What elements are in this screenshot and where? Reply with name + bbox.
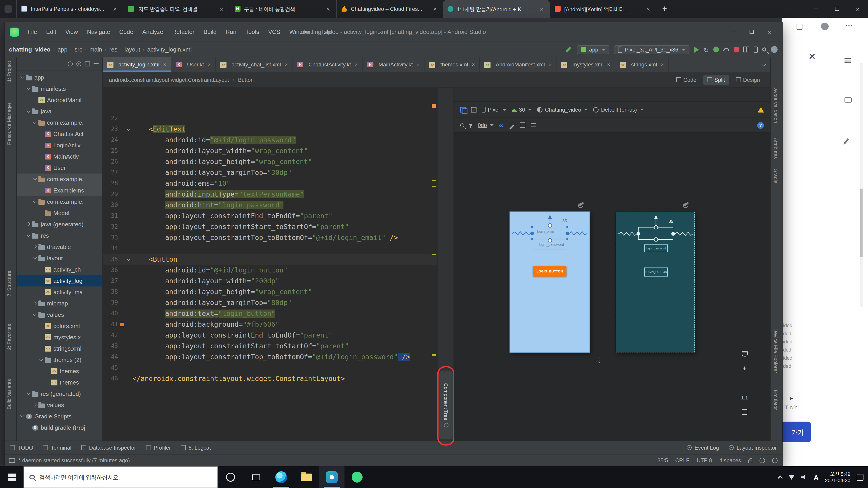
infer-constraints-icon[interactable] <box>509 125 514 129</box>
tree-item[interactable]: GGradle Scripts <box>17 411 102 422</box>
tree-item[interactable]: Gbuild.gradle (Proj <box>17 422 102 433</box>
tool-windows-icon[interactable] <box>743 46 749 53</box>
browser-tab[interactable]: InterPals Penpals - choidoye...× <box>16 0 123 18</box>
chevron-down-icon[interactable] <box>32 121 38 125</box>
indent-style[interactable]: 4 spaces <box>719 457 741 464</box>
autoconnect-icon[interactable]: ∞ <box>499 123 504 128</box>
cortana-button[interactable] <box>218 466 243 488</box>
editor-tab[interactable]: KChatListActivity.kt× <box>293 57 363 72</box>
stripe-tab-attributes[interactable]: Attributes <box>773 138 778 159</box>
tree-item[interactable]: drawable <box>17 241 102 253</box>
tree-item[interactable]: KMainActiv <box>17 151 102 162</box>
code-line[interactable]: 26 android:layout_height="wrap_content" <box>103 156 437 167</box>
code-editor[interactable]: 2223 <EditText24 android:id="@+id/login_… <box>103 88 437 441</box>
login-button-preview[interactable]: LOGIN_BUTTON <box>533 266 566 276</box>
collapse-all-icon[interactable] <box>85 61 90 66</box>
stripe-tab-build-variants[interactable]: Build Variants <box>6 379 12 410</box>
breadcrumb-item[interactable]: app <box>58 46 67 53</box>
tree-item[interactable]: <>AndroidManif <box>17 94 102 106</box>
editor-tab[interactable]: <>strings.xml× <box>615 57 669 72</box>
locale-select[interactable]: Default (en-us) <box>593 106 644 113</box>
action-center-icon[interactable] <box>857 474 864 481</box>
stripe-tab----structure[interactable]: 7: Structure <box>6 271 12 296</box>
chevron-down-icon[interactable] <box>26 233 32 238</box>
code-line[interactable]: 41 android:background="#fb7606" <box>103 319 437 330</box>
notifications-icon[interactable] <box>772 458 778 463</box>
stop-button[interactable] <box>734 47 739 52</box>
editor-tab[interactable]: KMainActivity.kt× <box>363 57 425 72</box>
menu-item-file[interactable]: File <box>24 27 41 37</box>
code-line[interactable]: 23 <EditText <box>103 124 437 135</box>
tool-window-button-profiler[interactable]: Profiler <box>146 445 171 451</box>
zoom-to-fit-icon[interactable] <box>460 123 464 127</box>
stripe-tab----project[interactable]: 1: Project <box>6 61 12 82</box>
new-tab-button[interactable]: + <box>656 0 673 18</box>
tree-item[interactable]: layout <box>17 253 102 264</box>
ide-close-button[interactable]: × <box>761 25 778 39</box>
password-field-wireframe[interactable]: login_password <box>644 245 668 252</box>
go-button[interactable]: 가기 <box>782 422 811 442</box>
tray-overflow-icon[interactable] <box>778 476 783 481</box>
tab-close-icon[interactable]: × <box>416 61 420 68</box>
tool-window-button-layout-inspector[interactable]: Layout Inspector <box>729 445 777 451</box>
tool-window-toggle-icon[interactable] <box>9 458 15 463</box>
zoom-ratio-label[interactable]: 1:1 <box>741 394 748 401</box>
run-configuration-select[interactable]: app <box>577 45 610 54</box>
profile-avatar[interactable] <box>771 46 778 53</box>
editor-tab[interactable]: <>activity_chat_list.xml× <box>216 57 293 72</box>
menu-item-code[interactable]: Code <box>115 27 137 37</box>
file-explorer-button[interactable] <box>294 466 319 488</box>
tab-close-icon[interactable]: × <box>355 61 358 68</box>
tree-item[interactable]: com.example. <box>17 196 102 207</box>
breadcrumb-item[interactable]: layout <box>125 46 140 53</box>
editor-tab[interactable]: <>mystyles.xml× <box>557 57 615 72</box>
tree-item[interactable]: themes (2) <box>17 354 102 365</box>
menu-item-run[interactable]: Run <box>221 27 241 37</box>
help-icon[interactable]: ? <box>757 122 764 129</box>
tree-item[interactable]: <>activity_ch <box>17 264 102 275</box>
menu-icon[interactable] <box>844 58 851 63</box>
hide-panel-icon[interactable] <box>94 63 98 68</box>
menu-item-build[interactable]: Build <box>199 27 221 37</box>
stripe-tab-emulator[interactable]: Emulator <box>773 390 778 410</box>
code-line[interactable]: 44 app:layout_constraintTop_toBottomOf="… <box>103 352 437 362</box>
tree-item[interactable]: mipmap <box>17 298 102 309</box>
menu-item-view[interactable]: View <box>61 27 82 37</box>
tab-close-icon[interactable]: × <box>218 5 225 12</box>
chevron-down-icon[interactable] <box>32 199 38 204</box>
build-hammer-icon[interactable] <box>566 46 572 53</box>
default-margin-select[interactable]: 0dp <box>478 122 494 128</box>
debug-button[interactable] <box>713 46 719 53</box>
xml-breadcrumb-item[interactable]: Button <box>238 76 254 83</box>
caret-position[interactable]: 35:5 <box>657 457 668 464</box>
code-line[interactable]: 32 app:layout_constraintStart_toStartOf=… <box>103 221 437 232</box>
breadcrumb-item[interactable]: main <box>90 46 102 53</box>
tree-item[interactable]: KLoginActiv <box>17 140 102 151</box>
fold-icon[interactable] <box>126 124 132 135</box>
tool-window-button-terminal[interactable]: Terminal <box>43 445 71 451</box>
view-mode-code[interactable]: Code <box>672 75 700 85</box>
chevron-down-icon[interactable] <box>38 358 45 362</box>
tab-close-icon[interactable]: × <box>645 5 652 12</box>
search-icon[interactable] <box>762 47 766 52</box>
profile-avatar[interactable] <box>821 23 829 30</box>
ide-maximize-button[interactable] <box>742 25 761 39</box>
pinned-tab[interactable] <box>0 0 16 18</box>
hidden-tabs-icon[interactable] <box>762 63 766 66</box>
chevron-down-icon[interactable] <box>26 87 32 91</box>
chevron-down-icon[interactable] <box>32 313 38 317</box>
tool-window-button-6--logcat[interactable]: 6: Logcat <box>181 445 211 451</box>
tab-close-icon[interactable]: × <box>607 61 610 68</box>
task-view-button[interactable] <box>243 466 269 488</box>
login-button-wireframe[interactable]: LOGIN_BUTTON <box>644 267 668 276</box>
tab-close-icon[interactable]: × <box>472 61 475 68</box>
browser-tab[interactable]: 1:1채팅 만들기(Android + K...× <box>443 0 550 18</box>
tree-item[interactable]: <>activity_ma <box>17 287 102 298</box>
edge-button[interactable] <box>269 466 294 488</box>
warning-icon[interactable] <box>758 107 764 112</box>
breadcrumb-item[interactable]: chatting_video <box>9 46 51 53</box>
tab-close-icon[interactable]: × <box>111 5 119 12</box>
lock-icon[interactable] <box>748 460 752 463</box>
code-line[interactable]: 38 android:layout_height="wrap_content" <box>103 287 437 297</box>
chevron-down-icon[interactable] <box>20 75 26 80</box>
